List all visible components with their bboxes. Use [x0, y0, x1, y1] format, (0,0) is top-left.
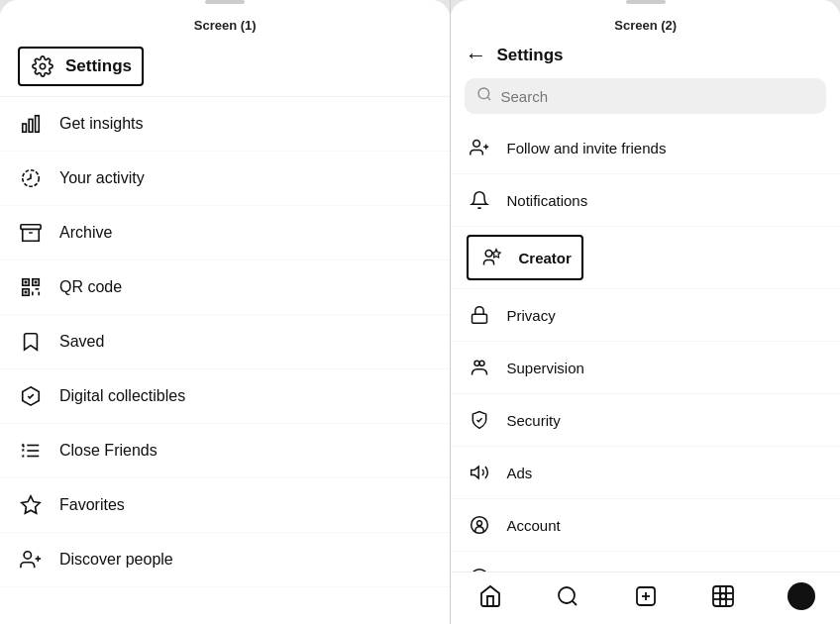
svg-marker-39	[472, 467, 479, 478]
menu-item-archive[interactable]: Archive	[0, 206, 450, 260]
screen-1: Screen (1) Settings Get insights	[0, 0, 450, 624]
menu-item-saved[interactable]: Saved	[0, 315, 450, 369]
creator-box[interactable]: Creator	[467, 235, 582, 280]
digital-collectibles-label: Digital collectibles	[59, 387, 185, 405]
svg-rect-11	[35, 281, 38, 284]
screen-2-topbar: ← Settings	[451, 37, 840, 74]
lock-icon	[467, 302, 492, 328]
screen-2-label: Screen (2)	[451, 10, 840, 37]
menu-item-your-activity[interactable]: Your activity	[0, 152, 450, 206]
supervision-label: Supervision	[506, 360, 583, 376]
back-button[interactable]: ←	[465, 45, 486, 66]
settings-label: Settings	[65, 56, 132, 76]
saved-label: Saved	[59, 333, 104, 351]
s2-item-help[interactable]: Help	[451, 552, 840, 572]
s2-item-ads[interactable]: Ads	[451, 447, 840, 499]
svg-rect-12	[25, 291, 28, 294]
bell-icon	[467, 187, 492, 213]
nav-home[interactable]	[476, 582, 504, 610]
svg-point-29	[478, 88, 489, 99]
discover-people-label: Discover people	[59, 551, 173, 569]
menu-item-get-insights[interactable]: Get insights	[0, 97, 450, 152]
svg-point-40	[472, 517, 488, 534]
privacy-label: Privacy	[506, 307, 555, 324]
activity-icon	[18, 165, 44, 191]
svg-point-34	[486, 251, 493, 258]
your-activity-label: Your activity	[59, 169, 145, 187]
screen-2: Screen (2) ← Settings Follow and invite …	[451, 0, 840, 624]
svg-rect-1	[23, 124, 27, 132]
settings-gear-icon	[30, 53, 55, 79]
hexagon-check-icon	[18, 383, 44, 409]
help-circle-icon	[467, 565, 492, 572]
menu-item-qr-code[interactable]: QR code	[0, 260, 450, 315]
security-label: Security	[506, 412, 560, 429]
s2-item-notifications[interactable]: Notifications	[451, 174, 840, 227]
menu-item-digital-collectibles[interactable]: Digital collectibles	[0, 369, 450, 424]
svg-rect-2	[29, 119, 33, 132]
star-icon	[18, 492, 44, 518]
svg-marker-25	[22, 496, 40, 513]
svg-point-55	[720, 593, 726, 599]
s2-item-supervision[interactable]: Supervision	[451, 342, 840, 394]
bookmark-icon	[18, 329, 44, 355]
settings-button[interactable]: Settings	[18, 47, 144, 86]
s2-item-security[interactable]: Security	[451, 394, 840, 447]
nav-search[interactable]	[554, 582, 581, 610]
svg-point-49	[559, 587, 575, 603]
close-friends-label: Close Friends	[59, 442, 158, 460]
svg-text:★: ★	[21, 443, 26, 448]
svg-point-41	[477, 521, 482, 526]
person-plus-icon	[467, 135, 492, 160]
megaphone-icon	[467, 460, 492, 485]
search-input[interactable]	[500, 88, 814, 105]
svg-text:★: ★	[21, 454, 26, 459]
creator-label: Creator	[518, 250, 571, 266]
nav-add[interactable]	[632, 582, 660, 610]
drag-handle-2	[626, 0, 666, 4]
follow-invite-label: Follow and invite friends	[506, 140, 666, 156]
s2-item-follow-invite[interactable]: Follow and invite friends	[451, 122, 840, 174]
star-person-icon	[478, 245, 504, 270]
archive-icon	[18, 220, 44, 246]
supervision-icon	[467, 355, 492, 380]
qr-code-label: QR code	[59, 278, 122, 296]
notifications-label: Notifications	[506, 192, 587, 209]
s2-item-account[interactable]: Account	[451, 499, 840, 552]
screen-1-label: Screen (1)	[0, 10, 450, 37]
svg-line-30	[488, 97, 491, 100]
nav-profile-avatar[interactable]	[788, 582, 815, 610]
svg-point-26	[24, 552, 31, 559]
svg-rect-3	[36, 116, 40, 133]
menu-item-discover-people[interactable]: Discover people	[0, 533, 450, 587]
svg-rect-54	[713, 586, 733, 606]
account-label: Account	[506, 517, 560, 534]
screen-1-header: Settings	[0, 37, 450, 97]
get-insights-label: Get insights	[59, 115, 143, 133]
s2-item-creator[interactable]: Creator	[451, 227, 840, 289]
qr-icon	[18, 274, 44, 300]
s2-item-privacy[interactable]: Privacy	[451, 289, 840, 342]
list-star-icon: ★ ★ ★	[18, 438, 44, 464]
screen-2-menu: Follow and invite friends Notifications	[451, 122, 840, 572]
screen-1-menu: Get insights Your activity Archive	[0, 97, 450, 624]
menu-item-favorites[interactable]: Favorites	[0, 478, 450, 533]
bottom-nav	[451, 572, 840, 624]
menu-item-close-friends[interactable]: ★ ★ ★ Close Friends	[0, 424, 450, 478]
svg-marker-35	[492, 250, 500, 258]
nav-reels[interactable]	[709, 582, 737, 610]
account-circle-icon	[467, 512, 492, 538]
archive-label: Archive	[59, 224, 112, 242]
svg-rect-10	[25, 281, 28, 284]
settings-title: Settings	[496, 46, 563, 65]
search-icon	[476, 86, 492, 106]
svg-rect-5	[21, 225, 41, 230]
ads-label: Ads	[506, 465, 532, 481]
search-bar[interactable]	[465, 78, 826, 114]
person-add-icon	[18, 547, 44, 572]
drag-handle	[205, 0, 245, 4]
svg-point-0	[40, 63, 46, 69]
svg-point-31	[473, 141, 480, 148]
svg-text:★: ★	[21, 448, 26, 453]
favorites-label: Favorites	[59, 496, 125, 514]
